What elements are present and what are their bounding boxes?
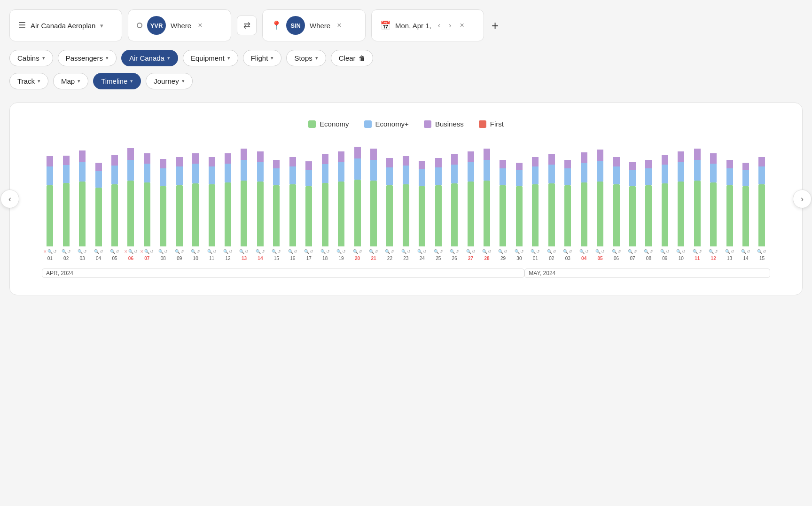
economy-segment xyxy=(581,182,587,246)
bar-group[interactable]: 🔍↺09 xyxy=(657,155,673,261)
bar-group[interactable]: 🔍↺13 xyxy=(721,160,737,261)
refresh-icon: ↺ xyxy=(455,249,459,254)
bar-group[interactable]: 🔍↺01 xyxy=(527,157,543,261)
x-icon: ✕ xyxy=(124,249,128,254)
bar-stack xyxy=(95,163,102,246)
search-icon: 🔍 xyxy=(239,249,244,254)
ecoplus-segment xyxy=(662,165,668,183)
bar-group[interactable]: 🔍↺02 xyxy=(58,156,74,261)
timeline-view[interactable]: Timeline ▾ xyxy=(93,73,141,89)
bar-group[interactable]: 🔍↺27 xyxy=(462,151,478,261)
search-icon: 🔍 xyxy=(660,249,665,254)
bar-group[interactable]: 🔍↺11 xyxy=(689,149,705,261)
bar-group[interactable]: ✕🔍↺01 xyxy=(42,156,58,261)
date-prev-button[interactable]: ‹ xyxy=(436,20,442,31)
ecoplus-segment xyxy=(241,160,247,181)
bar-group[interactable]: 🔍↺14 xyxy=(738,163,754,261)
bar-group[interactable]: 🔍↺19 xyxy=(333,151,349,261)
bar-group[interactable]: 🔍↺02 xyxy=(544,154,560,261)
bar-group[interactable]: 🔍↺07 xyxy=(625,162,640,261)
bar-group[interactable]: 🔍↺06 xyxy=(608,157,624,261)
destination-input[interactable]: 📍 SIN Where × xyxy=(262,9,366,41)
bar-group[interactable]: 🔍↺16 xyxy=(285,157,301,261)
bar-group[interactable]: ✕🔍↺06 xyxy=(123,148,139,261)
bar-group[interactable]: 🔍↺03 xyxy=(560,160,576,261)
ecoplus-segment xyxy=(532,166,539,184)
bar-group[interactable]: 🔍↺25 xyxy=(430,158,446,261)
ecoplus-segment xyxy=(516,170,523,186)
bar-group[interactable]: 🔍↺10 xyxy=(673,151,689,261)
bar-group[interactable]: 🔍↺22 xyxy=(382,158,398,261)
origin-input[interactable]: YVR Where × xyxy=(128,9,231,41)
clear-filter[interactable]: Clear 🗑 xyxy=(331,50,373,66)
bar-group[interactable]: 🔍↺09 xyxy=(172,157,187,261)
bar-group[interactable]: 🔍↺14 xyxy=(252,151,268,261)
bar-group[interactable]: 🔍↺12 xyxy=(220,153,236,261)
add-button[interactable]: + xyxy=(492,18,499,33)
bar-group[interactable]: 🔍↺08 xyxy=(155,159,171,261)
track-view[interactable]: Track ▾ xyxy=(9,73,48,89)
destination-clear-button[interactable]: × xyxy=(337,21,341,30)
ecoplus-segment xyxy=(726,168,733,185)
bar-group[interactable]: 🔍↺29 xyxy=(495,160,511,261)
bar-group[interactable]: 🔍↺04 xyxy=(576,152,592,261)
airline-selector[interactable]: ☰ Air Canada Aeroplan ▾ xyxy=(9,9,122,41)
refresh-icon: ↺ xyxy=(666,249,670,254)
flight-filter[interactable]: Flight ▾ xyxy=(243,50,282,66)
legend-economy-plus: Economy+ xyxy=(364,120,409,128)
bar-group[interactable]: 🔍↺10 xyxy=(187,153,203,261)
bar-group[interactable]: 🔍↺12 xyxy=(705,153,721,261)
cabins-filter[interactable]: Cabins ▾ xyxy=(9,50,53,66)
economy-segment xyxy=(338,182,344,246)
bar-group[interactable]: 🔍↺24 xyxy=(414,161,430,261)
refresh-icon: ↺ xyxy=(536,249,540,254)
bar-group[interactable]: 🔍↺21 xyxy=(366,149,382,261)
swap-button[interactable]: ⇄ xyxy=(237,16,257,35)
search-icon: 🔍 xyxy=(450,249,455,254)
refresh-icon: ↺ xyxy=(569,249,572,254)
airline-filter[interactable]: Air Canada ▾ xyxy=(121,50,178,66)
bar-group[interactable]: 🔍↺05 xyxy=(107,155,123,261)
bar-stack xyxy=(484,149,490,246)
bar-group[interactable]: 🔍↺15 xyxy=(754,157,770,261)
bar-group[interactable]: 🔍↺17 xyxy=(301,161,317,261)
bar-group[interactable]: 🔍↺23 xyxy=(398,156,414,261)
stops-filter[interactable]: Stops ▾ xyxy=(286,50,326,66)
equipment-filter[interactable]: Equipment ▾ xyxy=(183,50,238,66)
search-icon: 🔍 xyxy=(676,249,681,254)
bar-group[interactable]: 🔍↺13 xyxy=(236,149,252,261)
bar-group[interactable]: 🔍↺08 xyxy=(640,160,656,261)
journey-view[interactable]: Journey ▾ xyxy=(146,73,192,89)
date-clear-button[interactable]: × xyxy=(460,21,464,30)
bar-group[interactable]: 🔍↺05 xyxy=(592,150,608,261)
search-icon: 🔍 xyxy=(628,249,633,254)
bar-group[interactable]: 🔍↺28 xyxy=(479,149,495,261)
destination-badge: SIN xyxy=(286,16,305,35)
ecoplus-segment xyxy=(209,166,215,184)
date-selector[interactable]: 📅 Mon, Apr 1, ‹ › × xyxy=(371,9,484,41)
biz-segment xyxy=(95,163,102,171)
bar-group[interactable]: 🔍↺03 xyxy=(74,150,90,261)
bar-group[interactable]: 🔍↺26 xyxy=(446,154,462,261)
chart-next-button[interactable]: › xyxy=(793,190,812,208)
bar-group[interactable]: ✕🔍↺07 xyxy=(139,153,155,261)
bar-group[interactable]: 🔍↺18 xyxy=(317,154,333,261)
map-view[interactable]: Map ▾ xyxy=(53,73,88,89)
search-icon: 🔍 xyxy=(531,249,536,254)
bar-group[interactable]: 🔍↺04 xyxy=(90,163,106,261)
search-icon: 🔍 xyxy=(110,249,115,254)
economy-segment xyxy=(516,186,523,246)
date-next-button[interactable]: › xyxy=(447,20,453,31)
bar-icons: 🔍↺ xyxy=(498,249,508,254)
passengers-filter[interactable]: Passengers ▾ xyxy=(58,50,117,66)
bar-group[interactable]: 🔍↺11 xyxy=(203,157,219,261)
economy-segment xyxy=(613,184,620,246)
bar-group[interactable]: 🔍↺15 xyxy=(268,160,284,261)
bar-date-label: 29 xyxy=(500,256,506,261)
bar-group[interactable]: 🔍↺30 xyxy=(511,163,527,261)
biz-segment xyxy=(386,158,393,167)
chart-prev-button[interactable]: ‹ xyxy=(0,190,19,208)
origin-clear-button[interactable]: × xyxy=(198,21,202,30)
bar-stack xyxy=(370,149,377,246)
bar-group[interactable]: 🔍↺20 xyxy=(349,147,365,261)
